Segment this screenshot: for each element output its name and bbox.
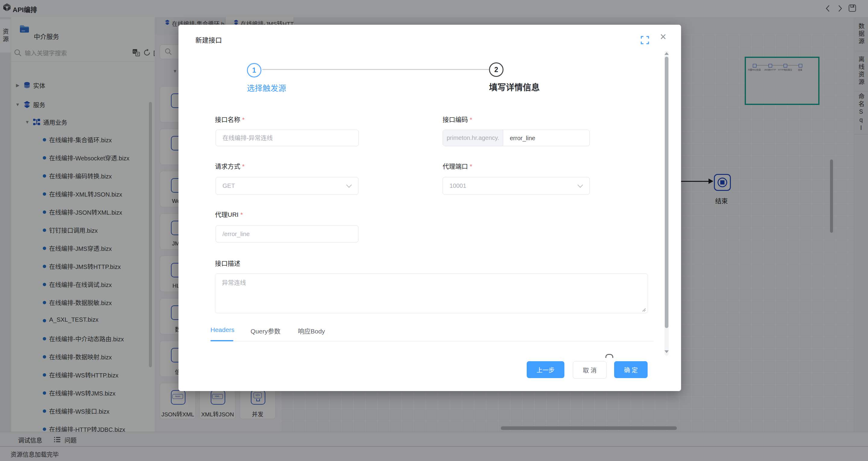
name-label: 接口名称* (215, 115, 245, 124)
tab-headers[interactable]: Headers (211, 326, 234, 334)
method-select[interactable]: GET (216, 177, 359, 195)
api-orchestration-app: API编排 资源 中介服务 (0, 0, 868, 461)
chevron-down-icon (346, 182, 351, 188)
prev-step-button[interactable]: 上一步 (527, 361, 564, 378)
cancel-button[interactable]: 取 消 (573, 361, 607, 379)
port-select[interactable]: 10001 (443, 177, 590, 195)
scroll-up-icon[interactable] (664, 52, 669, 55)
tab-query-params[interactable]: Query参数 (251, 326, 280, 335)
step-2-circle: 2 (489, 62, 503, 77)
modal-scrollbar-thumb[interactable] (665, 57, 669, 328)
confirm-button[interactable]: 确 定 (614, 361, 648, 378)
name-input[interactable] (222, 130, 351, 147)
code-input[interactable] (509, 130, 586, 147)
name-field (216, 130, 359, 146)
step-1-label[interactable]: 选择触发源 (247, 82, 286, 93)
uri-label: 代理URI* (215, 210, 243, 219)
active-tab-underline (211, 340, 234, 341)
new-interface-dialog: 新建接口 × 1 2 选择触发源 填写详情信息 接口名称* 接口编码* prim… (179, 25, 681, 391)
method-label: 请求方式* (215, 161, 245, 171)
scroll-down-icon[interactable] (664, 350, 669, 353)
uri-input[interactable] (222, 225, 351, 243)
close-icon[interactable]: × (660, 31, 666, 42)
clipped-add-button-icon (606, 354, 613, 358)
port-value: 10001 (450, 177, 466, 194)
desc-field (215, 273, 648, 313)
uri-field (216, 225, 359, 242)
step-2-label: 填写详情信息 (489, 81, 540, 93)
port-label: 代理端口* (443, 161, 472, 171)
required-mark: * (470, 116, 472, 123)
code-field: primeton.hr.agency. (443, 130, 590, 146)
fullscreen-icon[interactable] (641, 36, 649, 44)
tab-response-body[interactable]: 响应Body (298, 326, 325, 335)
step-1-circle: 1 (247, 63, 261, 78)
dialog-title: 新建接口 (195, 35, 222, 44)
tabs-divider (211, 341, 654, 341)
desc-label: 接口描述 (215, 258, 240, 268)
desc-textarea[interactable] (221, 277, 642, 310)
method-value: GET (222, 177, 235, 194)
step-connector (262, 69, 489, 70)
code-prefix-addon: primeton.hr.agency. (443, 130, 503, 146)
code-label: 接口编码* (443, 115, 472, 124)
required-mark: * (470, 163, 472, 170)
required-mark: * (240, 211, 243, 218)
required-mark: * (242, 116, 245, 123)
chevron-down-icon (577, 182, 583, 188)
resize-handle-icon[interactable] (642, 308, 646, 312)
required-mark: * (242, 163, 245, 170)
